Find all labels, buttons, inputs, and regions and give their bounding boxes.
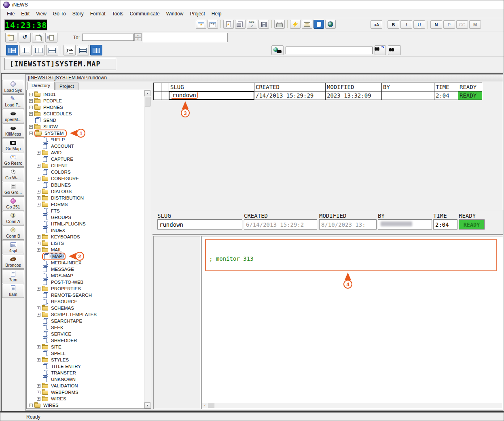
- queue-table-row[interactable]: rundown /14/2013 15:29:29 2023 13:32:09 …: [153, 91, 482, 100]
- tree-item-spell[interactable]: SPELL: [27, 350, 144, 357]
- tree-item-webforms[interactable]: +WEBFORMS: [27, 389, 144, 395]
- menu-help[interactable]: Help: [208, 10, 225, 17]
- scroll-thumb[interactable]: [145, 97, 150, 106]
- tree-item-people[interactable]: +PEOPLE: [27, 98, 144, 104]
- tree-item-phones[interactable]: +PHONES: [27, 104, 144, 111]
- tree-item-colors[interactable]: COLORS: [27, 169, 144, 175]
- workspace-tab[interactable]: [INEWSTST]SYSTEM.MAP: [4, 58, 116, 70]
- tree-expander-icon[interactable]: +: [37, 391, 40, 394]
- tree-item-account[interactable]: ACCOUNT: [27, 143, 144, 149]
- tree-expander-icon[interactable]: +: [29, 93, 33, 96]
- save-button[interactable]: [258, 20, 269, 29]
- tree-expander-icon[interactable]: +: [37, 151, 40, 155]
- sidebar-button-killmess[interactable]: KillMess: [2, 123, 24, 138]
- tree-item-styles[interactable]: +STYLES: [27, 357, 144, 363]
- menu-communicate[interactable]: Communicate: [127, 10, 163, 17]
- tree-item-mos-map[interactable]: MOS-MAP: [27, 272, 144, 279]
- tree-item-schemas[interactable]: +SCHEMAS: [27, 305, 144, 311]
- form-input-modified[interactable]: [319, 219, 377, 230]
- tree-item-forms[interactable]: +FORMS: [27, 201, 144, 208]
- format-button-i[interactable]: I: [400, 20, 412, 29]
- header-time[interactable]: TIME: [434, 83, 458, 91]
- tree-item-wires[interactable]: +WIRES: [27, 402, 144, 408]
- spinner-down-icon[interactable]: ▼: [134, 37, 142, 41]
- tree-expander-icon[interactable]: +: [29, 99, 33, 103]
- tree-expander-icon[interactable]: +: [37, 287, 40, 291]
- tree-item-title-entry[interactable]: TITLE-ENTRY: [27, 363, 144, 370]
- tree-expander-icon[interactable]: +: [29, 125, 33, 129]
- scroll-up-icon[interactable]: ▲: [144, 90, 150, 96]
- layout-stack-button[interactable]: [77, 45, 89, 55]
- tree-expander-icon[interactable]: −: [29, 132, 33, 135]
- tree-item-send[interactable]: SEND: [27, 117, 144, 123]
- tree-expander-icon[interactable]: +: [37, 164, 40, 168]
- sidebar-button-load-p[interactable]: Load P...: [2, 94, 24, 108]
- window-star-button[interactable]: [196, 20, 206, 29]
- tree-expander-icon[interactable]: +: [37, 384, 40, 388]
- sidebar-button-openm[interactable]: openM...: [2, 109, 24, 123]
- tree-item-keyboards[interactable]: +KEYBOARDS: [27, 234, 144, 240]
- printer-button[interactable]: [274, 20, 285, 29]
- tree-expander-icon[interactable]: +: [37, 358, 40, 362]
- layout-2pane-button[interactable]: [90, 45, 102, 55]
- menu-go-to[interactable]: Go To: [50, 10, 69, 17]
- tree-item-dialogs[interactable]: +DIALOGS: [27, 188, 144, 195]
- find-button[interactable]: [388, 45, 401, 55]
- sidebar-button-load-sys[interactable]: Load Sys: [2, 80, 24, 94]
- tree-expander-icon[interactable]: +: [29, 112, 33, 116]
- tree-item-index[interactable]: INDEX: [27, 227, 144, 234]
- form-input-time[interactable]: [433, 219, 457, 230]
- sidebar-button-8am[interactable]: 8am: [2, 284, 24, 298]
- spinner-up-icon[interactable]: ▲: [134, 33, 142, 37]
- tab-project[interactable]: Project: [55, 83, 78, 90]
- layout-quad-button[interactable]: [6, 45, 18, 55]
- menu-window[interactable]: Window: [163, 10, 187, 17]
- form-input-slug[interactable]: [157, 219, 242, 230]
- menu-format[interactable]: Format: [87, 10, 109, 17]
- format-button-m[interactable]: M: [469, 20, 481, 29]
- layout-2col-button[interactable]: [33, 45, 45, 55]
- window-forward-button[interactable]: [208, 20, 218, 29]
- menu-file[interactable]: File: [4, 10, 18, 17]
- tree-expander-icon[interactable]: +: [37, 196, 40, 200]
- format-button-u[interactable]: U: [413, 20, 425, 29]
- cell-slug[interactable]: rundown: [169, 91, 254, 100]
- tree-item-remote-search[interactable]: REMOTE-SEARCH: [27, 292, 144, 298]
- tree-item-fts[interactable]: FTS: [27, 208, 144, 214]
- sidebar-button-conn-a[interactable]: Conn A: [2, 211, 24, 225]
- sidebar-button-go-gro[interactable]: Go Gro...: [2, 182, 24, 196]
- tree-expander-icon[interactable]: +: [29, 404, 33, 407]
- tab-directory[interactable]: Directory: [27, 82, 55, 90]
- undo-button[interactable]: [19, 33, 31, 43]
- layout-rows-button[interactable]: [46, 45, 58, 55]
- to-spinner[interactable]: ▲ ▼: [134, 33, 142, 42]
- tree-expander-icon[interactable]: +: [37, 306, 40, 310]
- tree-item-searchtape[interactable]: SEARCHTAPE: [27, 318, 144, 324]
- search-scope-button[interactable]: [271, 45, 284, 55]
- destination-input[interactable]: [143, 33, 228, 42]
- tree-item-dblines[interactable]: DBLINES: [27, 182, 144, 188]
- tree-item-help[interactable]: *HELP: [27, 136, 144, 143]
- tree-expander-icon[interactable]: +: [37, 397, 40, 401]
- spellcheck-button[interactable]: [247, 20, 257, 29]
- note-button[interactable]: [313, 20, 324, 29]
- header-ready[interactable]: READY: [458, 83, 482, 91]
- form-input-by[interactable]: [378, 219, 432, 230]
- lightning-button[interactable]: [290, 20, 301, 29]
- tree-item-map[interactable]: MAP2: [27, 253, 144, 259]
- tree-item-transfer[interactable]: TRANSFER: [27, 370, 144, 376]
- tree-item-client[interactable]: +CLIENT: [27, 162, 144, 169]
- menu-story[interactable]: Story: [69, 10, 87, 17]
- layout-3col-button[interactable]: [19, 45, 32, 55]
- hscroll-thumb[interactable]: [208, 403, 214, 408]
- header-by[interactable]: BY: [381, 83, 434, 91]
- tree-item-seek[interactable]: SEEK: [27, 324, 144, 331]
- tree-expander-icon[interactable]: +: [37, 190, 40, 193]
- sidebar-button-go-map[interactable]: Go Map: [2, 138, 24, 152]
- tree-item-post-to-web[interactable]: POST-TO-WEB: [27, 279, 144, 285]
- print-preview-button[interactable]: [235, 20, 246, 29]
- sidebar-button-go-251[interactable]: Go 251: [2, 196, 24, 210]
- tree-item-show[interactable]: +SHOW: [27, 123, 144, 130]
- tree-expander-icon[interactable]: +: [37, 177, 40, 181]
- mail-button[interactable]: [302, 20, 312, 29]
